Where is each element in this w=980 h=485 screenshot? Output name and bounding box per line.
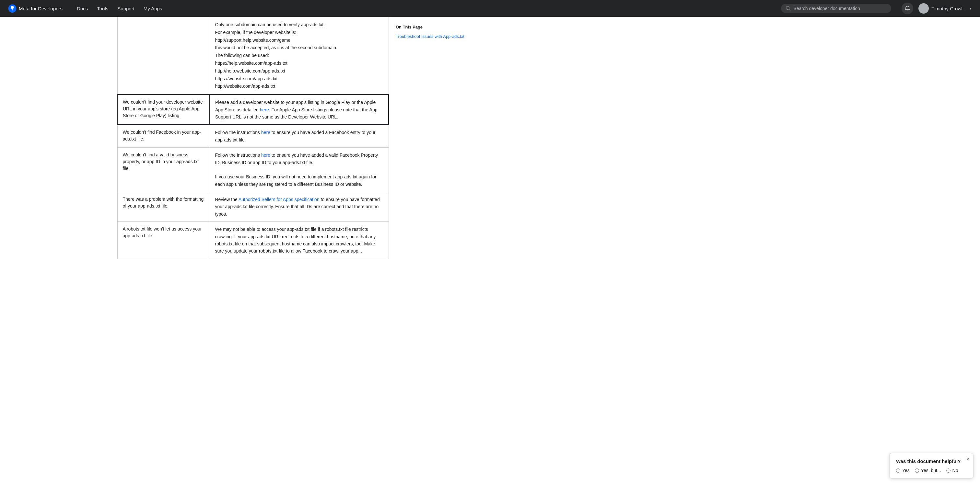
- left-sidebar: [0, 17, 117, 259]
- partial-line-5: The following can be used:: [215, 52, 383, 60]
- search-bar[interactable]: Search developer documentation: [781, 4, 891, 13]
- logo-text: Meta for Developers: [19, 6, 62, 11]
- nav-my-apps[interactable]: My Apps: [140, 3, 166, 14]
- row1-right-cell: Please add a developer website to your a…: [210, 95, 388, 125]
- partial-line-7: http://help.website.com/app-ads.txt: [215, 67, 383, 75]
- search-placeholder: Search developer documentation: [793, 6, 860, 11]
- nav-docs[interactable]: Docs: [73, 3, 92, 14]
- row2-right-cell: Follow the instructions here to ensure y…: [210, 125, 388, 147]
- row2-right-link[interactable]: here: [261, 130, 270, 135]
- bell-icon: [905, 5, 910, 11]
- row4-left-cell: There was a problem with the formatting …: [117, 192, 210, 222]
- notifications-button[interactable]: [902, 3, 913, 14]
- right-sidebar: On This Page Troubleshoot Issues with Ap…: [389, 17, 473, 259]
- table-row-4: There was a problem with the formatting …: [117, 192, 388, 222]
- row1-left-text: We couldn't find your developer website …: [123, 100, 203, 118]
- row1-right-link[interactable]: here: [260, 107, 269, 113]
- row3-left-text: We couldn't find a valid business, prope…: [123, 152, 199, 171]
- nav-support[interactable]: Support: [113, 3, 138, 14]
- row2-right-text: Follow the instructions: [215, 130, 261, 135]
- table-row-2: We couldn't find Facebook in your app-ad…: [117, 125, 388, 147]
- row3-left-cell: We couldn't find a valid business, prope…: [117, 147, 210, 192]
- header-right: Timothy Crowl... ▼: [902, 3, 972, 14]
- chevron-down-icon: ▼: [969, 7, 972, 10]
- row4-right-prefix: Review the: [215, 197, 239, 202]
- row5-right-cell: We may not be able to access your app-ad…: [210, 222, 388, 259]
- table-row-5: A robots.txt file won't let us access yo…: [117, 222, 388, 259]
- search-icon: [786, 6, 791, 11]
- on-this-page-title: On This Page: [396, 25, 467, 30]
- partial-line-8: https://website.com/app-ads.txt: [215, 75, 383, 83]
- table-row-3: We couldn't find a valid business, prope…: [117, 147, 388, 192]
- row4-right-link[interactable]: Authorized Sellers for Apps specificatio…: [239, 197, 320, 202]
- row5-left-text: A robots.txt file won't let us access yo…: [123, 226, 202, 238]
- partial-left-cell: [117, 17, 210, 95]
- user-name: Timothy Crowl...: [931, 6, 966, 11]
- row5-left-cell: A robots.txt file won't let us access yo…: [117, 222, 210, 259]
- row3-right-text1: Follow the instructions: [215, 152, 261, 158]
- row3-right-cell: Follow the instructions here to ensure y…: [210, 147, 388, 192]
- row1-left-cell: We couldn't find your developer website …: [117, 95, 210, 125]
- avatar: [918, 3, 929, 14]
- row2-left-cell: We couldn't find Facebook in your app-ad…: [117, 125, 210, 147]
- partial-line-6: https://help.website.com/app-ads.txt: [215, 60, 383, 67]
- troubleshoot-table: Only one subdomain can be used to verify…: [117, 17, 389, 259]
- header: Meta for Developers Docs Tools Support M…: [0, 0, 980, 17]
- row4-right-cell: Review the Authorized Sellers for Apps s…: [210, 192, 388, 222]
- partial-line-1: Only one subdomain can be used to verify…: [215, 21, 383, 29]
- row3-right-link[interactable]: here: [261, 152, 270, 158]
- meta-logo-icon: [8, 4, 17, 13]
- partial-line-9: http://website.com/app-ads.txt: [215, 82, 383, 90]
- row3-right-para1: Follow the instructions here to ensure y…: [215, 152, 383, 166]
- partial-line-4: this would not be accepted, as it is at …: [215, 44, 383, 52]
- row3-right-para2: If you use your Business ID, you will no…: [215, 173, 383, 188]
- table-row-1: We couldn't find your developer website …: [117, 95, 388, 125]
- row4-left-text: There was a problem with the formatting …: [123, 197, 204, 209]
- partial-line-3: http://support.help.website.com/game: [215, 36, 383, 44]
- partial-right-cell: Only one subdomain can be used to verify…: [210, 17, 388, 95]
- table-row-partial-top: Only one subdomain can be used to verify…: [117, 17, 388, 95]
- row5-right-text: We may not be able to access your app-ad…: [215, 227, 376, 254]
- row2-left-text: We couldn't find Facebook in your app-ad…: [123, 130, 201, 141]
- logo[interactable]: Meta for Developers: [8, 4, 62, 13]
- on-this-page-link[interactable]: Troubleshoot Issues with App-ads.txt: [396, 34, 465, 39]
- user-menu[interactable]: Timothy Crowl... ▼: [918, 3, 972, 14]
- nav-tools[interactable]: Tools: [93, 3, 112, 14]
- main-content: Only one subdomain can be used to verify…: [117, 17, 389, 259]
- main-nav: Docs Tools Support My Apps: [73, 3, 771, 14]
- partial-line-2: For example, if the developer website is…: [215, 29, 383, 36]
- page-wrapper: Only one subdomain can be used to verify…: [0, 17, 980, 259]
